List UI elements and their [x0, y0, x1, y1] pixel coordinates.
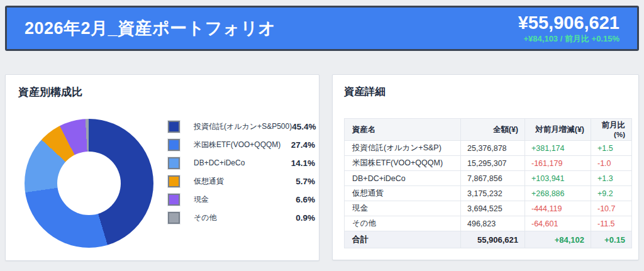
legend-label: 投資信託(オルカン+S&P500) — [194, 121, 292, 132]
asset-name-cell: 仮想通貨 — [345, 186, 461, 201]
amount-cell: 3,694,525 — [461, 201, 525, 216]
portfolio-dashboard: 2026年2月_資産ポートフォリオ ¥55,906,621 +¥84,103 /… — [0, 0, 644, 271]
legend-percent: 27.4% — [291, 140, 315, 150]
asset-name-cell: DB+DC+iDeCo — [345, 171, 461, 186]
page-title: 2026年2月_資産ポートフォリオ — [25, 17, 275, 40]
table-row: 米国株ETF(VOO+QQQM) 15,295,307 -161,179 -1.… — [345, 156, 632, 171]
legend-percent: 45.4% — [292, 122, 316, 131]
legend-swatch — [168, 194, 180, 206]
legend-label: DB+DC+iDeCo — [194, 158, 291, 167]
mom-cell: -10.7 — [591, 201, 632, 216]
donut-hole — [57, 152, 121, 215]
table-row: DB+DC+iDeCo 7,867,856 +103,941 +1.3 — [345, 171, 632, 186]
legend-swatch — [168, 175, 180, 187]
legend-label: 仮想通貨 — [194, 176, 296, 187]
legend-item: DB+DC+iDeCo 14.1% — [168, 157, 315, 169]
legend-swatch — [168, 121, 180, 133]
legend-item: 現金 6.6% — [168, 193, 315, 206]
mom-cell: +9.2 — [591, 186, 632, 201]
amount-cell: 7,867,856 — [461, 171, 525, 186]
legend-percent: 14.1% — [291, 158, 315, 168]
monthly-change-summary: +¥84,103 / 前月比 +0.15% — [518, 35, 619, 43]
change-cell: -64,601 — [525, 216, 591, 231]
col-mom: 前月比 (%) — [591, 119, 632, 141]
table-row: 現金 3,694,525 -444,119 -10.7 — [345, 201, 632, 216]
composition-panel: 資産別構成比 投資信託(オルカン+S&P500) 45.4% 米国株ETF(VO… — [5, 74, 319, 261]
col-amount: 全額(¥) — [461, 119, 525, 141]
mom-cell: +1.3 — [591, 171, 632, 186]
total-mom-cell: +0.15 — [591, 231, 632, 248]
col-asset-name: 資産名 — [345, 119, 461, 141]
mom-cell: -1.0 — [591, 156, 632, 171]
legend-swatch — [168, 157, 180, 169]
total-amount-cell: 55,906,621 — [461, 231, 525, 248]
total-label-cell: 合計 — [345, 231, 461, 248]
asset-name-cell: 米国株ETF(VOO+QQQM) — [345, 156, 461, 171]
change-cell: -444,119 — [525, 201, 591, 216]
change-cell: +103,941 — [525, 171, 591, 186]
legend-item: その他 0.9% — [168, 211, 315, 224]
asset-table: 資産名 全額(¥) 対前月増減(¥) 前月比 (%) 投資信託(オルカン+S&P… — [344, 118, 632, 248]
col-mom-line2: (%) — [591, 131, 625, 139]
table-row: その他 496,823 -64,601 -11.5 — [345, 216, 632, 231]
asset-table-header: 資産名 全額(¥) 対前月増減(¥) 前月比 (%) — [345, 119, 632, 141]
col-mom-line1: 前月比 — [602, 121, 626, 130]
legend-percent: 6.6% — [296, 195, 315, 204]
legend-item: 仮想通貨 5.7% — [168, 175, 315, 187]
change-cell: -161,179 — [525, 156, 591, 171]
total-change-cell: +84,102 — [525, 231, 591, 248]
donut-chart — [25, 119, 153, 248]
legend-percent: 5.7% — [296, 177, 315, 186]
details-panel: 資産詳細 資産名 全額(¥) 対前月増減(¥) 前月比 (%) 投資信託( — [332, 74, 639, 260]
amount-cell: 15,295,307 — [461, 156, 525, 171]
total-assets-value: ¥55,906,621 — [518, 13, 619, 32]
mom-cell: +1.5 — [591, 141, 632, 156]
change-cell: +268,886 — [525, 186, 591, 201]
legend-percent: 0.9% — [296, 213, 315, 223]
legend-swatch — [168, 212, 180, 224]
table-row: 投資信託(オルカン+S&P) 25,376,878 +381,174 +1.5 — [345, 141, 632, 156]
legend-item: 米国株ETF(VOO+QQQM) 27.4% — [168, 138, 315, 151]
mom-cell: -11.5 — [591, 216, 632, 231]
legend-item: 投資信託(オルカン+S&P500) 45.4% — [168, 120, 315, 133]
legend-label: 現金 — [194, 194, 296, 205]
composition-panel-title: 資産別構成比 — [18, 85, 82, 99]
amount-cell: 25,376,878 — [461, 141, 525, 156]
legend-swatch — [168, 139, 180, 151]
col-change: 対前月増減(¥) — [525, 119, 591, 141]
asset-name-cell: 現金 — [345, 201, 461, 216]
total-row: 合計 55,906,621 +84,102 +0.15 — [345, 231, 632, 248]
asset-name-cell: その他 — [345, 216, 461, 231]
header-row: 資産名 全額(¥) 対前月増減(¥) 前月比 (%) — [345, 119, 632, 141]
amount-cell: 496,823 — [461, 216, 525, 231]
change-cell: +381,174 — [525, 141, 591, 156]
legend-label: 米国株ETF(VOO+QQQM) — [194, 140, 291, 150]
header-total-block: ¥55,906,621 +¥84,103 / 前月比 +0.15% — [518, 13, 619, 43]
legend-label: その他 — [194, 213, 296, 223]
details-panel-title: 資産詳細 — [344, 85, 386, 99]
chart-legend: 投資信託(オルカン+S&P500) 45.4% 米国株ETF(VOO+QQQM)… — [168, 120, 315, 230]
header-banner: 2026年2月_資産ポートフォリオ ¥55,906,621 +¥84,103 /… — [5, 6, 639, 51]
asset-name-cell: 投資信託(オルカン+S&P) — [345, 141, 461, 156]
amount-cell: 3,175,232 — [461, 186, 525, 201]
table-row: 仮想通貨 3,175,232 +268,886 +9.2 — [345, 186, 632, 201]
